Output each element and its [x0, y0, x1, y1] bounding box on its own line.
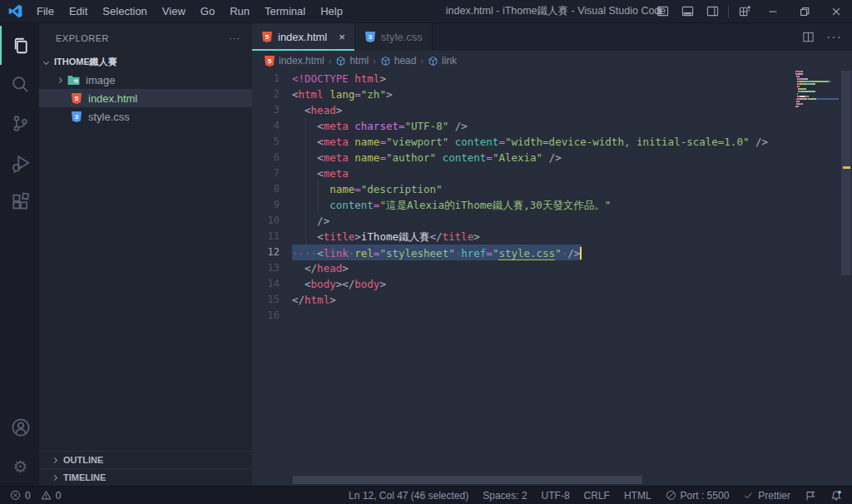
status-utf-8[interactable]: UTF-8 — [542, 490, 570, 502]
line-number: 11 — [252, 229, 280, 245]
tab-style-css[interactable]: 3style.css — [355, 23, 433, 51]
breadcrumb-item-html[interactable]: html — [335, 55, 369, 67]
line-text: </head> — [292, 260, 349, 276]
code-line-8[interactable]: 8 name="description" — [252, 181, 852, 197]
code-line-7[interactable]: 7 <meta — [252, 166, 852, 181]
horizontal-scrollbar[interactable] — [293, 476, 642, 484]
restore-button[interactable] — [789, 0, 820, 22]
customize-layout-icon[interactable] — [732, 0, 757, 22]
minimap-line — [795, 83, 839, 85]
status-port-5500[interactable]: Port : 5500 — [666, 490, 730, 502]
minimap[interactable] — [795, 71, 839, 111]
section-label: TIMELINE — [63, 472, 106, 482]
menu-item-selection[interactable]: Selection — [95, 0, 154, 22]
code-line-10[interactable]: 10 /> — [252, 213, 852, 229]
status-bell-icon[interactable] — [830, 490, 842, 502]
menu-item-edit[interactable]: Edit — [62, 0, 95, 22]
file-label: style.css — [88, 111, 130, 123]
line-text: name="description" — [292, 181, 443, 197]
code-line-3[interactable]: 3 <head> — [252, 102, 852, 118]
breadcrumb: 5index.html›html›head›link — [252, 51, 852, 71]
explorer-more-actions-button[interactable]: ··· — [229, 33, 240, 43]
status-prettier[interactable]: Prettier — [743, 490, 790, 502]
activity-explorer-icon[interactable] — [0, 26, 39, 65]
tab-label: style.css — [381, 31, 423, 43]
activity-run-debug-icon[interactable] — [0, 143, 39, 182]
breadcrumb-label: index.html — [279, 55, 324, 67]
breadcrumb-item-head[interactable]: head — [380, 55, 417, 67]
status-html[interactable]: HTML — [624, 490, 651, 502]
code-line-5[interactable]: 5 <meta name="viewport" content="width=d… — [252, 134, 852, 150]
activity-extensions-icon[interactable] — [0, 182, 39, 221]
tree-item-index-html[interactable]: 5index.html — [39, 89, 252, 107]
close-button[interactable] — [820, 0, 852, 22]
section-timeline[interactable]: TIMELINE — [39, 468, 252, 486]
section-outline[interactable]: OUTLINE — [39, 451, 252, 468]
status-ln-12-col-47-46-selected[interactable]: Ln 12, Col 47 (46 selected) — [349, 490, 468, 502]
menu-item-go[interactable]: Go — [193, 0, 222, 22]
status-error[interactable]: 0 — [10, 490, 31, 502]
line-number: 5 — [252, 134, 280, 150]
line-text: <meta name="author" content="Alexia" /> — [292, 150, 562, 166]
sidebar-title: EXPLORER — [56, 33, 109, 43]
root-folder-row[interactable]: ITHOME鐵人賽 — [39, 52, 252, 71]
menu-bar: FileEditSelectionViewGoRunTerminalHelp — [29, 0, 350, 22]
close-tab-button[interactable]: × — [339, 31, 345, 43]
minimap-line — [795, 101, 839, 102]
code-line-13[interactable]: 13 </head> — [252, 260, 852, 276]
menu-item-view[interactable]: View — [155, 0, 193, 22]
menu-item-run[interactable]: Run — [222, 0, 257, 22]
activity-search-icon[interactable] — [0, 65, 39, 104]
editor-actions: ··· — [802, 23, 852, 51]
status-warning[interactable]: 0 — [41, 490, 62, 502]
tree-item-image[interactable]: image — [39, 71, 252, 89]
toggle-panel-icon[interactable] — [675, 0, 700, 22]
symbol-cube-icon — [380, 56, 391, 67]
code-line-4[interactable]: 4 <meta charset="UTF-8" /> — [252, 118, 852, 134]
tree-item-style-css[interactable]: 3style.css — [39, 107, 252, 126]
split-editor-button[interactable] — [802, 31, 815, 43]
menu-item-file[interactable]: File — [29, 0, 62, 22]
status-feedback-icon[interactable] — [805, 490, 816, 502]
breadcrumb-item-index-html[interactable]: 5index.html — [264, 55, 324, 67]
code-line-15[interactable]: 15</html> — [252, 292, 852, 308]
activity-account-icon[interactable] — [0, 408, 39, 447]
status-label: Prettier — [758, 490, 790, 502]
line-number: 1 — [252, 71, 280, 86]
status-crlf[interactable]: CRLF — [584, 490, 610, 502]
minimize-button[interactable] — [757, 0, 789, 22]
status-bar: 00 Ln 12, Col 47 (46 selected)Spaces: 2U… — [0, 486, 852, 504]
code-line-11[interactable]: 11 <title>iThome鐵人賽</title> — [252, 229, 852, 245]
code-line-9[interactable]: 9 content="這是Alexia的iThome鐵人賽,30天發文作品。" — [252, 197, 852, 213]
minimap-line — [795, 98, 839, 100]
code-line-1[interactable]: 1<!DOCTYPE html> — [252, 71, 852, 86]
line-number: 9 — [252, 197, 280, 213]
chevron-right-icon — [57, 77, 62, 82]
status-left: 00 — [10, 490, 61, 502]
code-line-12[interactable]: 12····<link·rel="stylesheet"·href="style… — [252, 245, 852, 260]
breadcrumb-item-link[interactable]: link — [428, 55, 457, 67]
vertical-scrollbar[interactable] — [840, 71, 852, 486]
svg-text:5: 5 — [265, 33, 270, 41]
menu-item-help[interactable]: Help — [313, 0, 350, 22]
code-line-16[interactable]: 16 — [252, 308, 852, 324]
code-editor[interactable]: 1<!DOCTYPE html>2<html lang="zh">3 <head… — [252, 71, 852, 486]
activity-source-control-icon[interactable] — [0, 104, 39, 143]
overview-ruler-marker — [843, 166, 850, 169]
status-spaces-2[interactable]: Spaces: 2 — [483, 490, 527, 502]
status-value: 0 — [56, 490, 62, 502]
minimap-line — [795, 71, 839, 72]
breadcrumb-separator: › — [328, 56, 333, 66]
more-actions-button[interactable]: ··· — [826, 30, 842, 45]
tab-index-html[interactable]: 5index.html× — [252, 23, 355, 51]
code-line-2[interactable]: 2<html lang="zh"> — [252, 86, 852, 102]
menu-item-terminal[interactable]: Terminal — [257, 0, 313, 22]
root-folder-label: ITHOME鐵人賽 — [54, 56, 117, 68]
activity-settings-gear-icon[interactable]: ⚙ — [0, 447, 39, 486]
scrollbar-slider[interactable] — [841, 71, 851, 275]
code-line-6[interactable]: 6 <meta name="author" content="Alexia" /… — [252, 150, 852, 166]
line-number: 10 — [252, 213, 280, 229]
toggle-secondary-sidebar-icon[interactable] — [700, 0, 725, 22]
chevron-right-icon — [52, 474, 57, 480]
code-line-14[interactable]: 14 <body></body> — [252, 276, 852, 292]
